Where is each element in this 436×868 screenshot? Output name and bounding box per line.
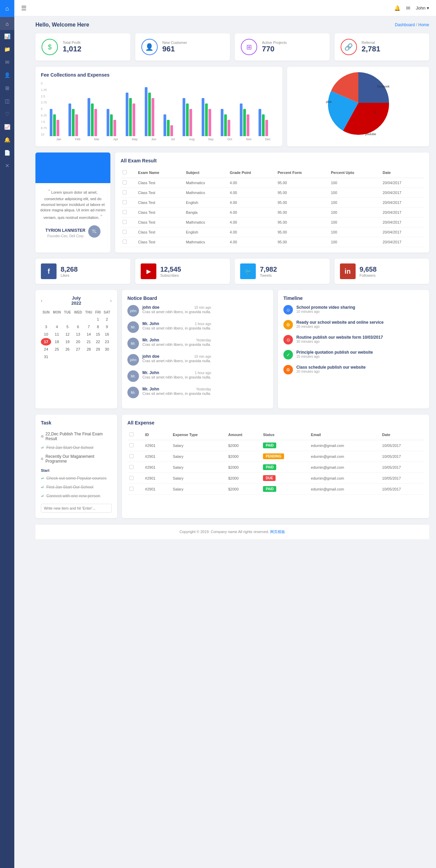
calendar-day-10[interactable]: 10 <box>41 331 51 338</box>
calendar-day-7[interactable]: 7 <box>84 323 94 331</box>
projects-value: 770 <box>262 45 287 53</box>
expense-type-2: Salary <box>171 462 226 473</box>
calendar-day-27[interactable]: 27 <box>73 345 84 353</box>
sidebar-item-files[interactable]: 📁 <box>0 43 14 56</box>
sidebar-item-charts[interactable]: 📈 <box>0 120 14 133</box>
calendar-day-8[interactable]: 8 <box>94 323 102 331</box>
sidebar-item-close[interactable]: ✕ <box>0 159 14 172</box>
bar-label-0: Jan <box>50 138 68 141</box>
calendar-day-22[interactable]: 22 <box>94 338 102 345</box>
facebook-icon[interactable]: f <box>41 263 57 279</box>
calendar-day-3[interactable]: 3 <box>41 323 51 331</box>
calendar-title: July 2022 <box>72 295 81 306</box>
calendar-day-1[interactable]: 1 <box>94 316 102 323</box>
social-card-linkedin: in 9,658 Followers <box>334 259 430 284</box>
pie-label-plus: plus <box>326 100 332 103</box>
expense-header-checkbox[interactable] <box>129 432 134 436</box>
calendar-day-5[interactable]: 5 <box>63 323 73 331</box>
sidebar-item-analytics[interactable]: 📊 <box>0 30 14 43</box>
calendar-day-17[interactable]: 17 <box>41 338 51 345</box>
calendar-day-21[interactable]: 21 <box>84 338 94 345</box>
calendar-day-2[interactable]: 2 <box>102 316 112 323</box>
timeline-content-2: Routine publish our website form 10/03/2… <box>296 335 383 343</box>
profit-label: Total Profit <box>63 41 81 45</box>
col-percent-upto: Percent Upto <box>329 167 380 178</box>
referral-value: 2,781 <box>362 45 380 53</box>
calendar-body: 1234567891011121314151617181920212223242… <box>41 316 112 360</box>
cell-5-2: 4.00 <box>228 227 276 237</box>
facebook-info: 8,268 Likes <box>61 266 78 277</box>
calendar-day-31[interactable]: 31 <box>41 353 51 360</box>
sidebar-item-messages[interactable]: ✉ <box>0 56 14 69</box>
messages-icon: ✉ <box>5 59 10 65</box>
cell-2-5: 20/04/2017 <box>380 198 424 208</box>
checkmark-6: ✓ <box>41 494 44 498</box>
calendar-day-25[interactable]: 25 <box>51 345 62 353</box>
footer-link[interactable]: 网页模板 <box>270 530 285 534</box>
header-checkbox[interactable] <box>123 170 127 174</box>
bell-topbar-icon[interactable]: 🔔 <box>394 5 401 11</box>
calendar-day-9[interactable]: 9 <box>102 323 112 331</box>
bar-7-2 <box>189 109 192 136</box>
task-new-item-input[interactable] <box>41 504 112 513</box>
calendar-day-23[interactable]: 23 <box>102 338 112 345</box>
bar-7-0 <box>183 98 185 136</box>
sidebar-item-favorites[interactable]: ♡ <box>0 108 14 120</box>
sidebar-logo[interactable]: ⌂ <box>0 0 14 17</box>
bar-1-0 <box>68 103 71 136</box>
calendar-prev-button[interactable]: ‹ <box>41 298 43 303</box>
timeline-item-3: ✓ Principle quotation publish our websit… <box>283 350 424 359</box>
cal-mon: MON <box>51 309 62 316</box>
cell-6-4: 100 <box>329 237 380 247</box>
calendar-day-18[interactable]: 18 <box>51 338 62 345</box>
bar-label-1: Feb <box>68 138 87 141</box>
fee-chart-card: Fee Collections and Expenses 108.757.56.… <box>35 67 282 146</box>
linkedin-icon[interactable]: in <box>340 263 356 279</box>
notice-content-4: Mr. John 1 hour ago Cras sit amet nibh l… <box>142 370 211 382</box>
calendar-days-header: SUN MON TUE WED THU FRI SAT <box>41 309 112 316</box>
menu-icon[interactable]: ☰ <box>21 4 27 12</box>
sidebar-item-documents[interactable]: 📄 <box>0 146 14 159</box>
calendar-day-14[interactable]: 14 <box>84 331 94 338</box>
sidebar-item-home[interactable]: ⌂ <box>0 17 14 30</box>
calendar-day-4[interactable]: 4 <box>51 323 62 331</box>
task-item-6: ✓ Connect with one new person <box>41 492 112 500</box>
calendar-day-26[interactable]: 26 <box>63 345 73 353</box>
calendar-day-28[interactable]: 28 <box>84 345 94 353</box>
cell-3-3: 95.00 <box>276 208 329 218</box>
calendar-day-13[interactable]: 13 <box>73 331 84 338</box>
linkedin-label: Followers <box>360 273 377 277</box>
calendar-day-12[interactable]: 12 <box>63 331 73 338</box>
timeline-content-0: School promote video sharing 10 minutes … <box>296 305 355 314</box>
sidebar-item-grid[interactable]: ⊞ <box>0 82 14 95</box>
social-card-twitter: 🐦 7,982 Tweets <box>235 259 330 284</box>
bar-label-10: Nov <box>240 138 258 141</box>
calendar-day-24[interactable]: 24 <box>41 345 51 353</box>
expense-amount-3: $2000 <box>226 473 261 484</box>
calendar-day-29[interactable]: 29 <box>94 345 102 353</box>
calendar-day-empty <box>63 316 73 323</box>
calendar-day-6[interactable]: 6 <box>73 323 84 331</box>
twitter-icon[interactable]: 🐦 <box>240 263 256 279</box>
sidebar: ⌂ ⌂ 📊 📁 ✉ 👤 ⊞ ◫ ♡ 📈 🔔 📄 ✕ <box>0 0 14 868</box>
calendar-week-0: 12 <box>41 316 112 323</box>
user-menu[interactable]: John ▾ <box>416 5 429 11</box>
pie-container: facebook youtube tw plus <box>293 72 424 133</box>
expense-email-2: edumin@gmail.com <box>309 462 380 473</box>
calendar-day-30[interactable]: 30 <box>102 345 112 353</box>
calendar-next-button[interactable]: › <box>110 298 112 303</box>
calendar-day-15[interactable]: 15 <box>94 331 102 338</box>
sidebar-item-reports[interactable]: ◫ <box>0 95 14 108</box>
bell-icon: 🔔 <box>4 137 11 143</box>
customer-value: 961 <box>162 45 187 53</box>
calendar-day-19[interactable]: 19 <box>63 338 73 345</box>
calendar-day-20[interactable]: 20 <box>73 338 84 345</box>
sidebar-item-users[interactable]: 👤 <box>0 69 14 82</box>
facebook-count: 8,268 <box>61 266 78 273</box>
calendar-day-11[interactable]: 11 <box>51 331 62 338</box>
mail-topbar-icon[interactable]: ✉ <box>406 5 410 11</box>
sidebar-item-notifications[interactable]: 🔔 <box>0 133 14 146</box>
youtube-icon[interactable]: ▶ <box>141 263 156 279</box>
calendar-day-16[interactable]: 16 <box>102 331 112 338</box>
bar-4-1 <box>129 98 132 136</box>
